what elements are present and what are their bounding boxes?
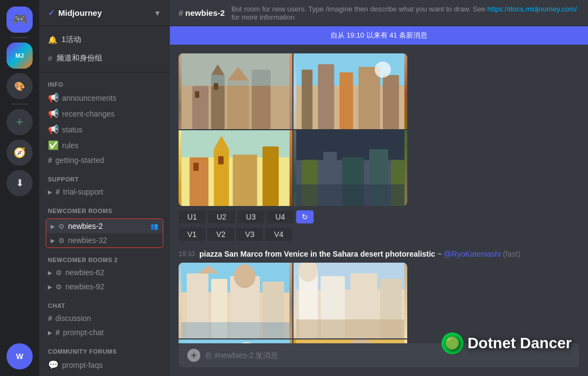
chat-input-wrap: + xyxy=(179,343,579,367)
image-cell-3 xyxy=(179,130,292,206)
message-mention[interactable]: @RyoKateniashi xyxy=(444,250,501,258)
sidebar-item-newbies-62[interactable]: ▶ ⚙ newbies-62 xyxy=(44,265,166,280)
venice-cell-2 xyxy=(293,263,407,338)
message-time-2: 19:10 xyxy=(179,250,195,258)
icon-bar: 🎮 MJ 🎨 + 🧭 ⬇ W xyxy=(0,0,39,376)
v3-button[interactable]: V3 xyxy=(236,228,263,241)
discord-home-button[interactable]: 🎮 xyxy=(7,7,33,33)
info-section: INFO 📢 announcements 📢 recent-changes 📢 … xyxy=(39,72,170,167)
forum-icon: 💬 xyxy=(48,360,59,370)
add-attachment-button[interactable]: + xyxy=(187,349,200,362)
new-messages-banner[interactable]: 自从 19:10 以来有 41 条新消息 xyxy=(170,26,588,45)
chat-input-field[interactable] xyxy=(205,351,571,360)
channel-header: # newbies-2 Bot room for new users. Type… xyxy=(170,0,588,26)
sidebar-item-trial-support[interactable]: ▶ # trial-support xyxy=(44,185,166,199)
bullet-icon-4: ▶ xyxy=(48,270,52,276)
sidebar-item-recent-changes[interactable]: 📢 recent-changes xyxy=(44,106,166,122)
message-tag: (fast) xyxy=(503,250,520,258)
newbies-2-label: newbies-2 xyxy=(68,222,103,231)
verified-icon: ✓ xyxy=(48,8,55,18)
hash-icon-9: ⚙ xyxy=(56,283,62,291)
sidebar-item-prompt-faqs[interactable]: 💬 prompt-faqs xyxy=(44,357,166,373)
message-block-2: 19:10 piazza San Marco from Venice in th… xyxy=(179,250,579,343)
venice-cell-4 xyxy=(293,339,407,343)
hash-icon: # xyxy=(48,54,52,63)
u2-button[interactable]: U2 xyxy=(208,210,235,223)
v1-button[interactable]: V1 xyxy=(179,228,205,241)
channel-hash-icon: # xyxy=(179,8,183,17)
refresh-button-1[interactable]: ↻ xyxy=(296,210,314,223)
sidebar-item-status[interactable]: 📢 status xyxy=(44,122,166,137)
svg-rect-62 xyxy=(296,339,405,343)
bullet-icon: ▶ xyxy=(48,189,52,195)
venice-cell-3 xyxy=(179,339,292,343)
u3-button[interactable]: U3 xyxy=(237,210,265,223)
hash-icon-8: ⚙ xyxy=(56,269,62,277)
channel-name-text: newbies-2 xyxy=(185,8,225,17)
bullet-icon-5: ▶ xyxy=(48,284,52,290)
v2-button[interactable]: V2 xyxy=(207,228,234,241)
main-content: # newbies-2 Bot room for new users. Type… xyxy=(170,0,588,376)
svg-rect-9 xyxy=(214,83,218,90)
image-grid-fantasy xyxy=(179,53,407,206)
sidebar-item-newbies-2[interactable]: ▶ ⚙ newbies-2 👥 xyxy=(46,219,163,233)
image-grid-venice xyxy=(179,263,407,343)
midjourney-server-icon[interactable]: MJ xyxy=(7,43,33,69)
docs-link[interactable]: https://docs.midjourney.com/ xyxy=(487,5,577,13)
image-cell-1 xyxy=(179,53,292,129)
bell-icon: 🔔 xyxy=(48,35,57,44)
user-avatar-icon[interactable]: W xyxy=(7,343,33,369)
messages-area[interactable]: U1 U2 U3 U4 ↻ V1 V2 V3 V4 19:10 piazza S… xyxy=(170,45,588,343)
status-label: status xyxy=(62,125,82,134)
server-name: ✓ Midjourney xyxy=(48,8,102,18)
v4-button[interactable]: V4 xyxy=(265,228,292,241)
venice-cell-1 xyxy=(179,263,292,338)
sidebar-item-newbies-32[interactable]: ▶ ⚙ newbies-32 xyxy=(46,233,163,247)
newcomer-rooms-2-section: NEWCOMER ROOMS 2 ▶ ⚙ newbies-62 ▶ ⚙ newb… xyxy=(39,248,170,294)
hash-icon-5: # xyxy=(56,187,60,196)
message-text-2: piazza San Marco from Venice in the Saha… xyxy=(199,250,520,258)
sidebar-item-discussion[interactable]: # discussion xyxy=(44,311,166,325)
trial-support-label: trial-support xyxy=(63,187,103,196)
svg-rect-8 xyxy=(195,92,199,98)
sidebar-item-getting-started[interactable]: # getting-started xyxy=(44,153,166,167)
svg-rect-23 xyxy=(262,147,279,206)
sidebar-item-prompt-chat[interactable]: ▶ # prompt-chat xyxy=(44,325,166,339)
channel-desc-suffix: for more information xyxy=(231,13,295,21)
newbies-32-label: newbies-32 xyxy=(68,236,107,245)
channels-roles-label: 频道和身份组 xyxy=(57,53,102,63)
sidebar-item-announcements[interactable]: 📢 announcements xyxy=(44,90,166,106)
channel-name: # newbies-2 xyxy=(179,8,225,17)
activity-item[interactable]: 🔔 1活动 xyxy=(44,31,166,49)
support-section-label: SUPPORT xyxy=(44,176,166,185)
divider-2 xyxy=(11,104,28,105)
action-buttons-1: U1 U2 U3 U4 ↻ xyxy=(179,210,579,223)
channels-roles-item[interactable]: # 频道和身份组 xyxy=(44,49,166,68)
prompt-chat-label: prompt-chat xyxy=(63,328,104,337)
chevron-down-icon: ▼ xyxy=(154,9,161,17)
u1-button[interactable]: U1 xyxy=(179,210,206,223)
hash-icon-6: ⚙ xyxy=(58,222,65,231)
svg-rect-43 xyxy=(181,322,290,338)
svg-rect-26 xyxy=(218,156,224,165)
server-2-icon[interactable]: 🎨 xyxy=(7,73,33,99)
hash-icon-11: # xyxy=(56,328,60,337)
newcomer-rooms-label: NEWCOMER ROOMS xyxy=(44,208,166,216)
add-server-button[interactable]: + xyxy=(7,109,33,135)
hash-icon-4: # xyxy=(48,156,52,165)
action-buttons-v1: V1 V2 V3 V4 xyxy=(179,228,579,241)
sidebar-item-rules[interactable]: ✅ rules xyxy=(44,137,166,153)
sidebar-header[interactable]: ✓ Midjourney ▼ xyxy=(39,0,170,26)
user-count-icon: 👥 xyxy=(150,222,158,230)
u4-button[interactable]: U4 xyxy=(267,210,294,223)
prompt-faqs-label: prompt-faqs xyxy=(62,361,103,369)
download-button[interactable]: ⬇ xyxy=(7,170,33,196)
message-header-2: 19:10 piazza San Marco from Venice in th… xyxy=(179,250,579,258)
announcements-label: announcements xyxy=(62,94,117,102)
newbies-62-label: newbies-62 xyxy=(65,268,105,277)
community-forums-section-label: COMMUNITY FORUMS xyxy=(44,348,166,357)
image-cell-2 xyxy=(293,53,407,129)
sidebar-item-newbies-92[interactable]: ▶ ⚙ newbies-92 xyxy=(44,280,166,294)
svg-rect-5 xyxy=(181,53,290,86)
explore-button[interactable]: 🧭 xyxy=(7,140,33,166)
